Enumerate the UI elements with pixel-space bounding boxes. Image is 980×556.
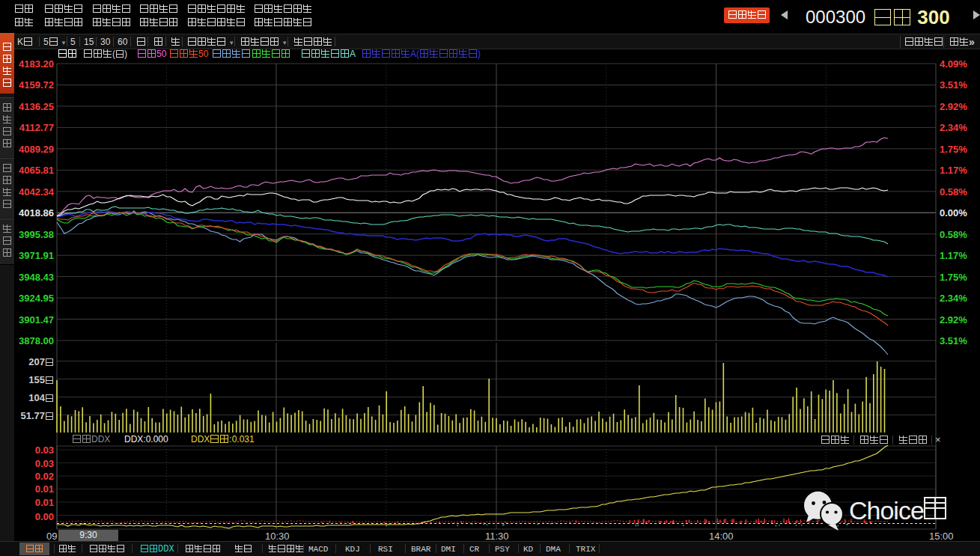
svg-text:Choice: Choice	[849, 496, 924, 525]
